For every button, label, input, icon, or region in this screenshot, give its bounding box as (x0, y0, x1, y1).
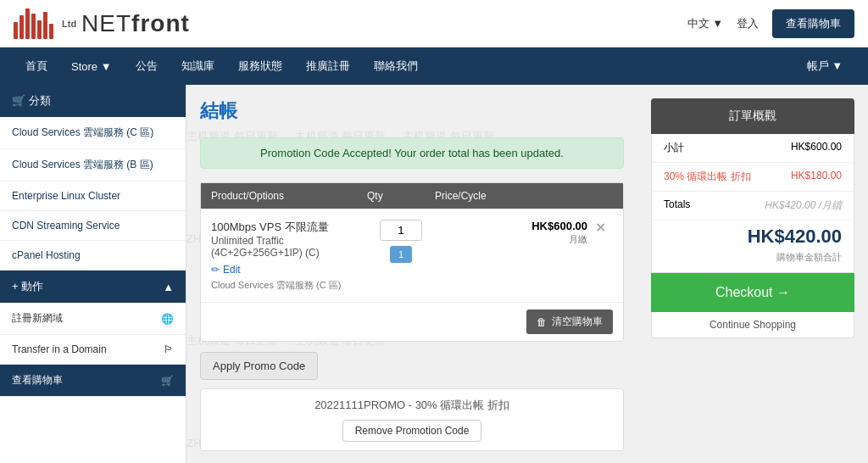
remove-promo-button[interactable]: Remove Promotion Code (342, 420, 482, 442)
logo-bar (37, 20, 42, 39)
sidebar-item-enterprise[interactable]: Enterprise Linux Cluster (0, 181, 186, 211)
product-details: 100Mbps VPS 不限流量 Unlimited Traffic (4C+2… (211, 220, 367, 292)
order-summary: 訂單概觀 小計 HK$600.00 30% 循環出帳 折扣 HK$180.00 … (651, 98, 854, 451)
view-cart-button[interactable]: 查看購物車 (772, 9, 854, 38)
sidebar-view-cart[interactable]: 查看購物車 🛒 (0, 365, 186, 397)
summary-totals-row: Totals HK$420.00 /月續 (652, 192, 854, 220)
nav-store[interactable]: Store ▼ (59, 50, 124, 83)
product-name: 100Mbps VPS 不限流量 (211, 220, 367, 235)
cart-icon: 🛒 (161, 375, 174, 387)
table-row: 100Mbps VPS 不限流量 Unlimited Traffic (4C+2… (201, 209, 623, 302)
promo-code-text: 20221111PROMO - 30% 循環出帳 折扣 (314, 399, 509, 411)
sidebar-actions-header: + 動作 ▲ (0, 271, 186, 303)
flag-icon: 🏳 (164, 343, 174, 355)
order-table: Product/Options Qty Price/Cycle 100Mbps … (200, 182, 624, 342)
logo-area: Ltd NETfront (14, 8, 190, 39)
col-qty: Qty (367, 190, 435, 202)
content-and-summary: 結帳 Promotion Code Accepted! Your order t… (186, 85, 868, 463)
view-cart-label: 查看購物車 (12, 373, 63, 388)
clear-cart-label: 清空購物車 (552, 315, 603, 329)
nav-home[interactable]: 首頁 (14, 48, 59, 84)
logo-icon (14, 8, 53, 39)
logo-bar (49, 24, 53, 39)
transfer-domain-label: Transfer in a Domain (12, 343, 107, 355)
promo-section: Apply Promo Code 20221111PROMO - 30% 循環出… (200, 352, 624, 451)
sidebar-item-cdn[interactable]: CDN Streaming Service (0, 211, 186, 241)
promo-applied-banner: 20221111PROMO - 30% 循環出帳 折扣 Remove Promo… (200, 388, 624, 451)
price-area: HK$600.00 月繳 (435, 220, 587, 246)
clear-cart-row: 🗑 清空購物車 (201, 302, 623, 341)
logo-text: NETfront (81, 10, 190, 37)
logo-bar (25, 8, 30, 39)
discount-value: HK$180.00 (791, 170, 842, 184)
trash-icon: 🗑 (537, 316, 547, 328)
qty-area: 1 (367, 220, 435, 263)
nav-service-status[interactable]: 服務狀態 (226, 48, 294, 84)
checkout-button[interactable]: Checkout → (651, 273, 854, 312)
sidebar-item-cpanel[interactable]: cPanel Hosting (0, 241, 186, 271)
globe-icon: 🌐 (161, 313, 174, 325)
order-table-header: Product/Options Qty Price/Cycle (201, 183, 623, 209)
nav-promotions[interactable]: 推廣註冊 (294, 48, 362, 84)
nav-contact[interactable]: 聯絡我們 (362, 48, 430, 84)
header: Ltd NETfront 中文 ▼ 登入 查看購物車 (0, 0, 868, 47)
sidebar: 🛒 分類 Cloud Services 雲端服務 (C 區) Cloud Ser… (0, 85, 186, 463)
main-content: 結帳 Promotion Code Accepted! Your order t… (200, 98, 624, 451)
navbar: 首頁 Store ▼ 公告 知識庫 服務狀態 推廣註冊 聯絡我們 帳戶 ▼ (0, 47, 868, 85)
logo-bar (31, 14, 36, 39)
product-sub2: (4C+2G+256G+1IP) (C) (211, 247, 367, 259)
apply-promo-button[interactable]: Apply Promo Code (200, 352, 318, 380)
summary-subtotal-row: 小計 HK$600.00 (652, 134, 854, 163)
content-wrapper: 主机频道 每日更新主机频道 每日更新主机频道 每日更新 ZHUJIPINDAO.… (186, 85, 868, 463)
continue-shopping-link[interactable]: Continue Shopping (651, 312, 854, 338)
actions-chevron: ▲ (163, 281, 174, 293)
cart-total-label: 購物車金額合計 (652, 251, 854, 272)
sidebar-item-cloud-b[interactable]: Cloud Services 雲端服務 (B 區) (0, 149, 186, 181)
qty-input[interactable] (380, 220, 422, 241)
sidebar-transfer-domain[interactable]: Transfer in a Domain 🏳 (0, 335, 186, 365)
summary-header: 訂單概觀 (651, 98, 854, 134)
discount-label: 30% 循環出帳 折扣 (664, 170, 751, 184)
edit-link[interactable]: ✏ Edit (211, 264, 367, 276)
logo-bar (14, 22, 18, 39)
logo-bar (43, 12, 47, 39)
page-title: 結帳 (200, 98, 624, 124)
sidebar-register-domain[interactable]: 註冊新網域 🌐 (0, 303, 186, 335)
sidebar-category-header: 🛒 分類 (0, 85, 186, 117)
summary-body: 小計 HK$600.00 30% 循環出帳 折扣 HK$180.00 Total… (651, 134, 854, 273)
logo-ltd: Ltd (62, 19, 76, 29)
nav-account[interactable]: 帳戶 ▼ (795, 48, 854, 84)
pencil-icon: ✏ (211, 264, 220, 276)
update-button[interactable]: 1 (390, 246, 412, 263)
logo-bar (19, 15, 24, 39)
nav-announcements[interactable]: 公告 (124, 48, 170, 84)
price-cycle: 月繳 (569, 234, 587, 244)
total-price: HK$420.00 (652, 220, 854, 251)
login-button[interactable]: 登入 (737, 16, 759, 31)
promo-banner: Promotion Code Accepted! Your order tota… (200, 137, 624, 169)
col-product: Product/Options (211, 190, 367, 202)
totals-label: Totals (664, 198, 690, 213)
remove-item-button[interactable]: ✕ (587, 220, 613, 236)
actions-label: + 動作 (12, 279, 43, 294)
sidebar-item-cloud-c[interactable]: Cloud Services 雲端服務 (C 區) (0, 117, 186, 149)
subtotal-label: 小計 (664, 141, 684, 155)
edit-label: Edit (223, 264, 241, 276)
clear-cart-button[interactable]: 🗑 清空購物車 (526, 310, 613, 334)
product-sub1: Unlimited Traffic (211, 235, 367, 247)
col-remove (587, 190, 613, 202)
price-value: HK$600.00 (531, 220, 587, 232)
header-right: 中文 ▼ 登入 查看購物車 (687, 9, 854, 38)
nav-knowledgebase[interactable]: 知識庫 (170, 48, 226, 84)
subtotal-value: HK$600.00 (791, 141, 842, 155)
cloud-service-tag: Cloud Services 雲端服務 (C 區) (211, 279, 367, 292)
register-domain-label: 註冊新網域 (12, 311, 63, 326)
main-container: 🛒 分類 Cloud Services 雲端服務 (C 區) Cloud Ser… (0, 85, 868, 463)
col-price: Price/Cycle (435, 190, 587, 202)
totals-value: HK$420.00 /月續 (765, 198, 842, 213)
language-button[interactable]: 中文 ▼ (687, 16, 723, 31)
summary-discount-row: 30% 循環出帳 折扣 HK$180.00 (652, 163, 854, 192)
